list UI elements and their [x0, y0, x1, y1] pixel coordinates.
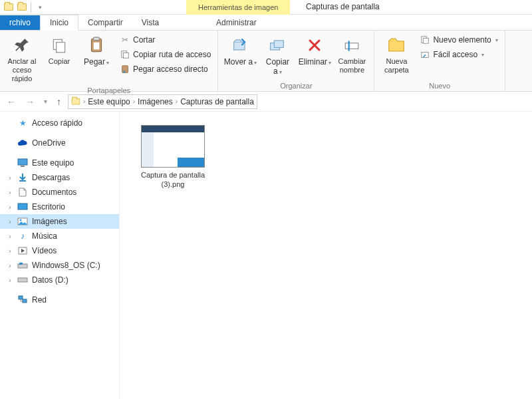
nav-desktop[interactable]: ›Escritorio	[0, 200, 119, 214]
back-button[interactable]: ←	[4, 96, 19, 107]
nav-label: OneDrive	[32, 138, 66, 148]
svg-rect-4	[94, 43, 100, 50]
pin-label: Anclar al cceso rápido	[5, 57, 39, 84]
tab-file[interactable]: rchivo	[0, 15, 40, 30]
delete-icon	[304, 35, 325, 56]
chevron-right-icon: ›	[7, 277, 13, 284]
new-item-icon	[420, 35, 430, 45]
copy-to-label: Copiar a	[266, 57, 289, 76]
navigation-pane: ★Acceso rápido OneDrive Este equipo ›Des…	[0, 112, 120, 399]
nav-downloads[interactable]: ›Descargas	[0, 170, 119, 185]
file-item[interactable]: Captura de pantalla (3).png	[133, 125, 213, 190]
new-folder-icon	[386, 35, 407, 56]
chevron-down-icon: ▾	[329, 60, 331, 66]
quick-access-toolbar: ▾	[0, 1, 49, 13]
delete-button[interactable]: Eliminar▾	[297, 33, 332, 68]
paste-shortcut-icon	[120, 64, 130, 74]
new-item-button[interactable]: Nuevo elemento▾	[417, 33, 500, 47]
breadcrumb-screenshots[interactable]: Capturas de pantalla	[180, 97, 254, 106]
desktop-icon	[17, 201, 28, 212]
easy-access-button[interactable]: Fácil acceso▾	[417, 48, 500, 61]
chevron-right-icon[interactable]: ›	[176, 98, 178, 105]
nav-videos[interactable]: ›Vídeos	[0, 243, 119, 258]
new-folder-button[interactable]: Nueva carpeta	[378, 33, 414, 76]
address-bar-row: ← → ▾ ↑ › Este equipo › Imágenes › Captu…	[0, 92, 532, 112]
qat-dropdown-icon[interactable]: ▾	[34, 1, 46, 13]
nav-os-drive[interactable]: ›Windows8_OS (C:)	[0, 258, 119, 273]
breadcrumb-root[interactable]: Este equipo	[88, 97, 130, 106]
title-bar: ▾ Herramientas de imagen Capturas de pan…	[0, 0, 532, 15]
chevron-down-icon: ▾	[106, 60, 109, 66]
video-icon	[17, 245, 28, 256]
nav-label: Windows8_OS (C:)	[32, 261, 100, 270]
copy-to-button[interactable]: Copiar a▾	[259, 33, 295, 78]
copy-path-button[interactable]: Copiar ruta de acceso	[117, 48, 213, 61]
breadcrumb-pictures[interactable]: Imágenes	[138, 97, 173, 106]
new-group-label: Nuevo	[378, 80, 500, 90]
easy-access-icon	[420, 49, 430, 60]
qat-folder-icon[interactable]	[16, 1, 28, 13]
drive-icon	[17, 275, 28, 285]
file-name: Captura de pantalla (3).png	[133, 170, 213, 190]
nav-music[interactable]: ›♪Música	[0, 229, 119, 243]
nav-this-pc[interactable]: Este equipo	[0, 156, 119, 170]
nav-documents[interactable]: ›Documentos	[0, 185, 119, 200]
nav-network[interactable]: Red	[0, 293, 119, 307]
chevron-right-icon[interactable]: ›	[133, 98, 135, 105]
copy-label: Copiar	[49, 57, 70, 66]
forward-button[interactable]: →	[23, 96, 37, 107]
group-new: Nueva carpeta Nuevo elemento▾ Fácil acce…	[374, 31, 505, 91]
paste-icon	[86, 35, 107, 56]
nav-data-drive[interactable]: ›Datos (D:)	[0, 273, 119, 287]
paste-button[interactable]: Pegar▾	[78, 33, 114, 68]
chevron-right-icon: ›	[7, 233, 13, 240]
monitor-icon	[17, 158, 28, 168]
nav-label: Documentos	[32, 188, 76, 197]
network-icon	[17, 295, 28, 305]
svg-rect-1	[57, 43, 65, 53]
address-bar[interactable]: › Este equipo › Imágenes › Capturas de p…	[68, 94, 257, 109]
chevron-right-icon: ›	[7, 174, 13, 182]
tab-home[interactable]: Inicio	[40, 15, 78, 31]
move-label: Mover a	[224, 57, 253, 66]
folder-icon	[72, 98, 80, 105]
cut-button[interactable]: ✂Cortar	[117, 33, 213, 47]
chevron-down-icon: ▾	[254, 60, 257, 66]
new-item-label: Nuevo elemento	[433, 35, 491, 45]
new-folder-label: Nueva carpeta	[380, 57, 413, 74]
svg-point-21	[20, 219, 22, 221]
tab-view[interactable]: Vista	[132, 15, 168, 30]
document-icon	[17, 187, 28, 198]
tab-share[interactable]: Compartir	[78, 15, 132, 30]
tab-manage[interactable]: Administrar	[196, 15, 277, 30]
svg-rect-17	[21, 166, 25, 167]
copy-to-icon	[267, 35, 288, 56]
nav-pictures[interactable]: ›Imágenes	[0, 214, 119, 229]
chevron-down-icon: ▾	[481, 52, 484, 58]
rename-icon	[341, 35, 362, 56]
paste-shortcut-button[interactable]: Pegar acceso directo	[117, 63, 213, 76]
copy-button[interactable]: Copiar	[41, 33, 77, 67]
nav-onedrive[interactable]: OneDrive	[0, 136, 119, 150]
chevron-right-icon: ›	[7, 247, 13, 255]
svg-rect-10	[275, 41, 284, 48]
nav-label: Descargas	[32, 173, 70, 182]
pin-to-quick-access-button[interactable]: Anclar al cceso rápido	[4, 33, 40, 85]
move-to-button[interactable]: Mover a▾	[222, 33, 258, 68]
nav-label: Escritorio	[32, 202, 65, 211]
easy-access-label: Fácil acceso	[433, 50, 477, 59]
up-button[interactable]: ↑	[54, 96, 64, 107]
download-icon	[17, 172, 28, 183]
cloud-icon	[17, 138, 28, 148]
drive-icon	[17, 260, 28, 271]
recent-locations-button[interactable]: ▾	[41, 98, 50, 105]
rename-button[interactable]: Cambiar nombre	[334, 33, 370, 76]
separator	[31, 2, 31, 13]
chevron-right-icon[interactable]: ›	[83, 98, 85, 105]
svg-rect-3	[94, 37, 100, 40]
nav-quick-access[interactable]: ★Acceso rápido	[0, 116, 119, 130]
content-pane[interactable]: Captura de pantalla (3).png	[120, 112, 532, 399]
pictures-icon	[17, 216, 28, 227]
chevron-right-icon: ›	[7, 218, 13, 225]
contextual-tab-header: Herramientas de imagen	[186, 0, 290, 15]
